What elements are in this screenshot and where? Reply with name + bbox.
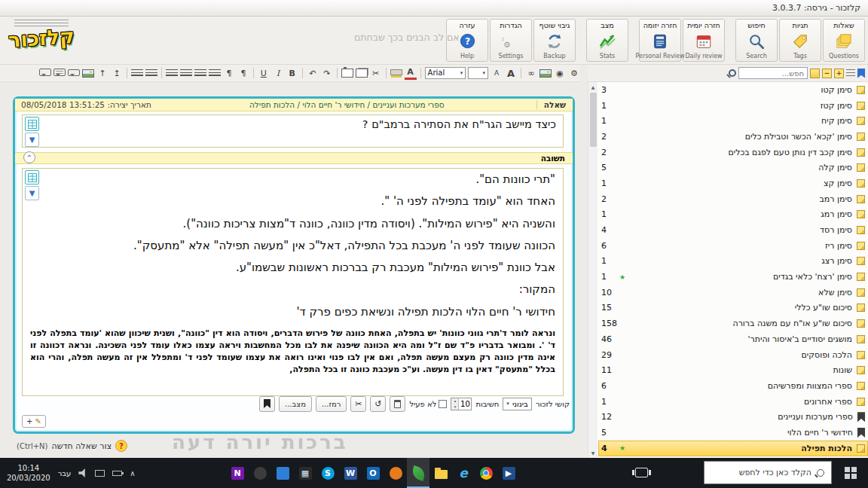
sidebar-item[interactable]: ספרי המצוות ומפרשיהם ★ 6 bbox=[598, 378, 868, 394]
toolbar-button-questions[interactable]: שאלות Questions bbox=[823, 19, 865, 62]
bullet-list-icon[interactable] bbox=[131, 69, 143, 78]
sidebar-item[interactable]: מושגים יסודיים ב'איסור והיתר' ★ 46 bbox=[598, 331, 868, 347]
undo-icon[interactable]: ↶ bbox=[307, 67, 319, 80]
sidebar-search-input[interactable] bbox=[738, 67, 808, 79]
collapse-answer-button[interactable]: ⌃ bbox=[23, 151, 35, 163]
sidebar-item[interactable]: סימן רצג ★ 1 bbox=[598, 254, 868, 270]
onenote-icon[interactable]: N bbox=[226, 458, 249, 488]
comment-icon[interactable] bbox=[39, 69, 51, 76]
align-left-icon[interactable] bbox=[194, 69, 206, 78]
comment-media-icon[interactable] bbox=[68, 69, 80, 76]
stepper-down-button[interactable]: ▾ bbox=[451, 404, 458, 410]
copy-icon[interactable] bbox=[356, 69, 368, 78]
volume-icon[interactable] bbox=[78, 468, 87, 477]
sidebar-search-icon[interactable] bbox=[729, 69, 736, 77]
sidebar-item[interactable]: חידושי ר' חיים הלוי ★ 5 bbox=[598, 425, 868, 441]
font-larger-icon[interactable]: A bbox=[505, 67, 517, 80]
sidebar-item[interactable]: הלכות תפילה ★ 4 bbox=[598, 441, 868, 456]
scroll-down-button[interactable]: ▼ bbox=[591, 448, 595, 458]
arrow-top-icon[interactable]: ↥ bbox=[111, 67, 123, 80]
list-view-icon[interactable] bbox=[846, 69, 855, 77]
media-player-icon[interactable]: ▶ bbox=[497, 458, 520, 488]
kalzchor-app-icon[interactable] bbox=[407, 458, 429, 488]
battery-icon[interactable] bbox=[112, 471, 122, 476]
bookmark-button[interactable] bbox=[259, 396, 275, 412]
scrollbar-thumb[interactable] bbox=[590, 93, 597, 147]
sidebar-item[interactable]: סיכום שו"ע כללי ★ 15 bbox=[598, 300, 868, 316]
calculator-icon[interactable]: ▦ bbox=[294, 458, 316, 488]
taskbar-search[interactable]: הקלד כאן כדי לחפש bbox=[704, 461, 832, 484]
outlook-icon[interactable]: O bbox=[362, 458, 384, 488]
redo-icon[interactable]: ↷ bbox=[321, 67, 333, 80]
font-color-icon[interactable] bbox=[405, 67, 417, 80]
app-dark-circle-icon[interactable] bbox=[249, 458, 271, 488]
sidebar-item[interactable]: סימן שלא ★ 10 bbox=[598, 285, 868, 300]
toolbar-button-personal[interactable]: חזרה יזומה Personal Review bbox=[639, 19, 681, 62]
toolbar-button-daily[interactable]: חזרה יומית Daily review bbox=[683, 19, 725, 62]
sidebar-item[interactable]: סימן 'קכא' הכשר וטבילת כלים ★ 2 bbox=[598, 129, 868, 145]
sidebar-item[interactable]: סימן קלה ★ 5 bbox=[598, 160, 868, 175]
sidebar-item[interactable]: סימן רסד ★ 4 bbox=[598, 222, 868, 238]
app-blue-icon[interactable] bbox=[271, 458, 294, 488]
bold-icon[interactable]: B bbox=[286, 67, 298, 80]
underline-icon[interactable]: U bbox=[258, 67, 270, 80]
checkbox-box[interactable] bbox=[439, 400, 447, 408]
inactive-checkbox[interactable]: לא פעיל bbox=[409, 400, 447, 408]
note-remove-icon[interactable]: − bbox=[822, 69, 832, 78]
toolbar-button-stats[interactable]: מצב Stats bbox=[586, 19, 628, 62]
arrow-up-icon[interactable]: ↑ bbox=[96, 67, 108, 80]
sidebar-item[interactable]: סימן ריז ★ 6 bbox=[598, 238, 868, 254]
editor-settings-icon[interactable]: ⚙ bbox=[568, 67, 580, 80]
sidebar-item[interactable]: שונות ★ 11 bbox=[598, 362, 868, 378]
answer-box[interactable]: ▼ "תרי כוונות הם".האחד הוא "עומד בתפילה … bbox=[22, 168, 564, 396]
history-button[interactable]: ↺ bbox=[370, 396, 386, 412]
sidebar-item[interactable]: סימן קיח ★ 1 bbox=[598, 113, 868, 129]
cut-button[interactable]: ✂ bbox=[350, 396, 366, 412]
language-indicator[interactable]: עבר bbox=[58, 469, 72, 477]
sidebar-item[interactable]: סימן קצ ★ 1 bbox=[598, 175, 868, 191]
font-smaller-icon[interactable]: A bbox=[491, 67, 503, 80]
numbered-list-icon[interactable] bbox=[145, 69, 157, 78]
importance-stepper[interactable]: 10 ▴▾ bbox=[451, 398, 472, 410]
app-orange-icon[interactable] bbox=[384, 458, 407, 488]
fill-color-icon[interactable] bbox=[390, 69, 402, 75]
cut-icon[interactable]: ✂ bbox=[370, 67, 382, 80]
difficulty-select[interactable]: בינוני▾ bbox=[503, 398, 532, 410]
toolbar-button-search[interactable]: חיפוש Search bbox=[735, 19, 778, 62]
sidebar-item[interactable]: סימן קטז ★ 1 bbox=[598, 98, 868, 114]
mode-button[interactable]: מצב... bbox=[279, 396, 312, 412]
chrome-icon[interactable] bbox=[475, 458, 497, 488]
sidebar-item[interactable]: סימן קטו ★ 3 bbox=[598, 82, 868, 98]
comment-text-icon[interactable] bbox=[53, 69, 66, 76]
sidebar-item[interactable]: הלכה ופוסקים ★ 29 bbox=[598, 347, 868, 363]
file-explorer-icon[interactable] bbox=[429, 458, 452, 488]
new-question-hint[interactable]: ? צור שאלה חדשה (Ctrl+N) bbox=[17, 440, 127, 452]
note-add-icon[interactable]: + bbox=[834, 69, 844, 78]
font-family-select[interactable]: Arial▾ bbox=[425, 67, 466, 79]
down-arrow-button[interactable]: ▼ bbox=[25, 133, 39, 147]
sidebar-item[interactable]: סימן רמב ★ 2 bbox=[598, 191, 868, 207]
notes-icon[interactable] bbox=[810, 69, 820, 78]
insert-image-icon[interactable] bbox=[82, 69, 94, 78]
sidebar-item[interactable]: ספרי אחרונים ★ 1 bbox=[598, 394, 868, 410]
task-view-button[interactable] bbox=[635, 468, 648, 477]
link-icon[interactable]: ∞ bbox=[525, 67, 537, 80]
edit-add-button[interactable]: ✎+ bbox=[22, 415, 46, 428]
align-center-icon[interactable] bbox=[180, 69, 192, 78]
scroll-up-button[interactable]: ▲ bbox=[591, 82, 595, 92]
paragraph-rtl-icon[interactable]: ¶ bbox=[223, 67, 235, 80]
align-right-icon[interactable] bbox=[166, 69, 178, 78]
toolbar-button-backup[interactable]: גיבוי שוטף Backup bbox=[533, 19, 576, 62]
italic-icon[interactable]: I bbox=[272, 67, 284, 80]
start-button[interactable] bbox=[833, 458, 868, 488]
sidebar-item[interactable]: סיכום שו"ע או"ח עם משנה ברורה ★ 158 bbox=[598, 316, 868, 331]
align-justify-icon[interactable] bbox=[209, 69, 221, 78]
toolbar-button-settings[interactable]: הגדרות ⚙⚙ Settings bbox=[490, 19, 532, 62]
sidebar-item[interactable]: ספרי מערכות ועניינים ★ 12 bbox=[598, 409, 868, 425]
edge-icon[interactable]: e bbox=[452, 458, 475, 488]
word-icon[interactable]: W bbox=[339, 458, 362, 488]
font-size-select[interactable]: ▾ bbox=[468, 67, 488, 79]
grid-button[interactable] bbox=[25, 117, 39, 131]
delete-button[interactable] bbox=[390, 396, 405, 412]
bookmark-filter-icon[interactable] bbox=[857, 69, 865, 78]
